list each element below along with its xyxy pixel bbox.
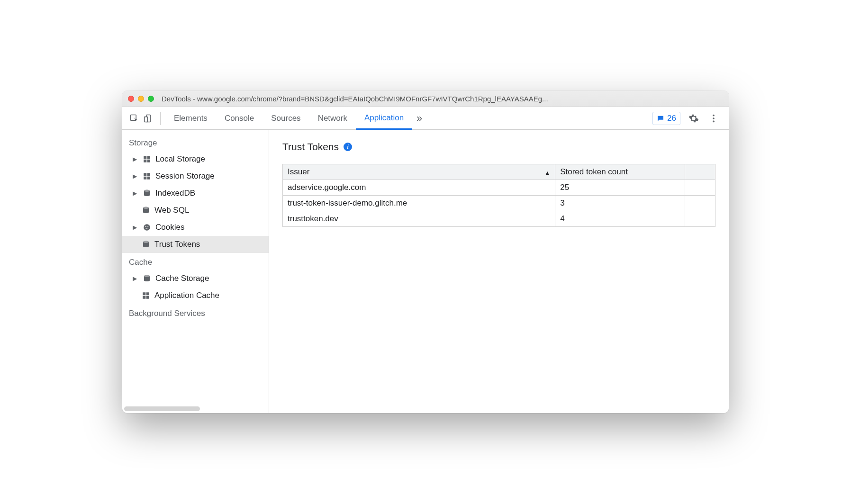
cell-issuer: trust-token-issuer-demo.glitch.me [283, 196, 555, 211]
sidebar-item-trust-tokens[interactable]: Trust Tokens [122, 236, 269, 253]
sidebar-item-cache-storage[interactable]: ▶Cache Storage [122, 270, 269, 287]
svg-rect-8 [144, 160, 146, 162]
cookie-icon [142, 223, 152, 232]
sidebar-item-indexeddb[interactable]: ▶IndexedDB [122, 185, 269, 202]
cell-extra [685, 196, 715, 211]
column-header-count[interactable]: Stored token count [555, 164, 685, 180]
table-row[interactable]: trust-token-issuer-demo.glitch.me3 [283, 196, 715, 211]
cell-extra [685, 211, 715, 227]
devtools-toolbar: Elements Console Sources Network Applica… [122, 107, 729, 130]
cell-count: 3 [555, 196, 685, 211]
tab-network[interactable]: Network [309, 107, 356, 130]
close-button[interactable] [128, 96, 134, 102]
sidebar-item-application-cache[interactable]: Application Cache [122, 287, 269, 304]
devtools-window: DevTools - www.google.com/chrome/?brand=… [122, 91, 729, 413]
svg-point-4 [713, 117, 715, 119]
column-header-issuer[interactable]: Issuer ▲ [283, 164, 555, 180]
device-toolbar-icon[interactable] [141, 111, 155, 126]
svg-rect-10 [144, 173, 146, 176]
traffic-lights [128, 96, 154, 102]
svg-point-26 [148, 228, 149, 229]
cell-count: 4 [555, 211, 685, 227]
sidebar-section-title: Background Services [122, 304, 269, 321]
maximize-button[interactable] [148, 96, 154, 102]
more-options-icon[interactable] [707, 112, 720, 125]
sidebar-item-local-storage[interactable]: ▶Local Storage [122, 151, 269, 168]
sidebar-item-web-sql[interactable]: Web SQL [122, 202, 269, 219]
toolbar-right: 26 [652, 112, 724, 125]
db-icon [141, 240, 151, 249]
sidebar-item-label: Local Storage [155, 154, 205, 164]
main-panel: Trust Tokens i Issuer ▲ Stored token cou… [269, 130, 729, 413]
tab-application[interactable]: Application [356, 107, 412, 130]
svg-rect-7 [147, 156, 150, 159]
tab-sources[interactable]: Sources [263, 107, 309, 130]
message-icon [657, 115, 664, 122]
svg-point-22 [144, 224, 150, 231]
messages-count: 26 [667, 114, 676, 123]
svg-rect-2 [145, 117, 148, 122]
db-icon [142, 189, 152, 198]
cell-issuer: trusttoken.dev [283, 211, 555, 227]
svg-point-30 [143, 241, 149, 243]
svg-rect-13 [147, 177, 150, 180]
mac-titlebar: DevTools - www.google.com/chrome/?brand=… [122, 91, 729, 107]
svg-rect-36 [146, 292, 149, 295]
toolbar-separator [160, 112, 161, 125]
grid-icon [142, 171, 152, 181]
sidebar-item-label: Trust Tokens [154, 240, 200, 249]
db-icon [141, 206, 151, 215]
grid-icon [141, 291, 151, 300]
sidebar-section-title: Cache [122, 253, 269, 270]
messages-badge[interactable]: 26 [652, 112, 680, 125]
grid-icon [142, 154, 152, 164]
column-header-extra[interactable] [685, 164, 715, 180]
svg-point-3 [713, 114, 715, 116]
sidebar-item-cookies[interactable]: ▶Cookies [122, 219, 269, 236]
cell-count: 25 [555, 180, 685, 196]
settings-icon[interactable] [687, 112, 700, 125]
cell-issuer: adservice.google.com [283, 180, 555, 196]
sidebar-item-label: Application Cache [154, 291, 219, 300]
expand-arrow-icon[interactable]: ▶ [133, 224, 138, 231]
svg-point-21 [143, 207, 149, 209]
svg-rect-12 [144, 177, 146, 180]
svg-point-23 [145, 226, 146, 227]
svg-point-34 [144, 275, 150, 278]
panel-title: Trust Tokens i [282, 141, 715, 153]
minimize-button[interactable] [138, 96, 144, 102]
expand-arrow-icon[interactable]: ▶ [133, 275, 138, 282]
expand-arrow-icon[interactable]: ▶ [133, 190, 138, 197]
svg-rect-38 [146, 296, 149, 299]
sidebar-item-label: IndexedDB [155, 189, 195, 198]
application-sidebar[interactable]: Storage▶Local Storage▶Session Storage▶In… [122, 130, 269, 413]
sidebar-item-label: Web SQL [154, 206, 189, 215]
sort-ascending-icon: ▲ [544, 170, 550, 176]
devtools-body: Storage▶Local Storage▶Session Storage▶In… [122, 130, 729, 413]
info-icon[interactable]: i [344, 143, 352, 151]
table-row[interactable]: trusttoken.dev4 [283, 211, 715, 227]
svg-rect-9 [147, 160, 150, 162]
svg-rect-11 [147, 173, 150, 176]
expand-arrow-icon[interactable]: ▶ [133, 173, 138, 180]
tab-elements[interactable]: Elements [165, 107, 216, 130]
inspect-element-icon[interactable] [127, 111, 141, 126]
horizontal-scrollbar[interactable] [124, 406, 200, 411]
svg-rect-6 [144, 156, 146, 159]
table-row[interactable]: adservice.google.com25 [283, 180, 715, 196]
db-icon [142, 274, 152, 283]
svg-point-17 [144, 190, 150, 192]
svg-point-25 [146, 228, 147, 229]
sidebar-item-label: Cookies [155, 223, 184, 232]
window-title: DevTools - www.google.com/chrome/?brand=… [162, 95, 723, 103]
svg-rect-35 [143, 292, 145, 295]
devtools-tabs: Elements Console Sources Network Applica… [165, 107, 652, 130]
tabs-overflow-icon[interactable]: » [412, 107, 426, 130]
svg-rect-37 [143, 296, 145, 299]
tab-console[interactable]: Console [216, 107, 263, 130]
sidebar-section-title: Storage [122, 134, 269, 151]
sidebar-item-label: Session Storage [155, 171, 215, 181]
expand-arrow-icon[interactable]: ▶ [133, 156, 138, 162]
sidebar-item-session-storage[interactable]: ▶Session Storage [122, 168, 269, 185]
panel-title-text: Trust Tokens [282, 141, 339, 153]
